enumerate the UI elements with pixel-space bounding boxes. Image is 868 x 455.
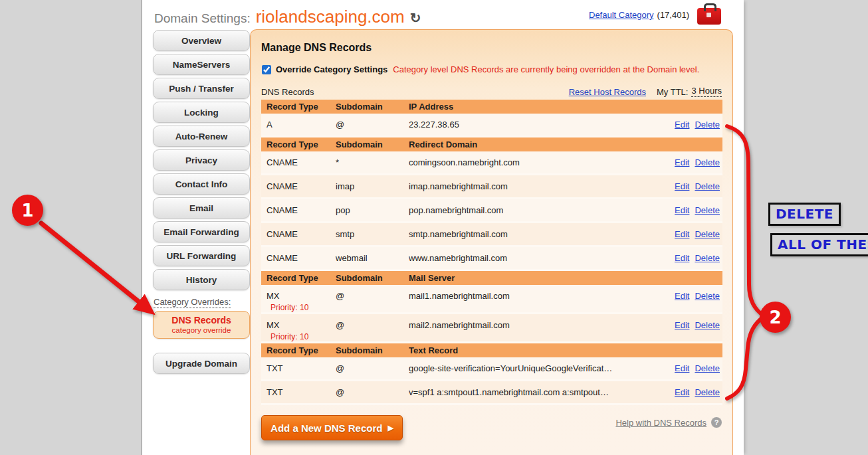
record-value: google-site-verification=YourUniqueGoogl… bbox=[409, 363, 656, 373]
record-value: mail1.namebrightmail.com bbox=[409, 291, 656, 301]
record-type: MX Priority: 10 bbox=[261, 291, 336, 312]
ttl-label: My TTL: bbox=[657, 87, 688, 97]
subdomain: @ bbox=[336, 120, 409, 130]
default-category-link[interactable]: Default Category bbox=[589, 10, 654, 20]
record-value: pop.namebrightmail.com bbox=[409, 205, 656, 215]
priority-label: Priority: 10 bbox=[267, 303, 336, 312]
table-header-row: Record Type Subdomain IP Address bbox=[261, 100, 722, 114]
delete-link[interactable]: Delete bbox=[695, 253, 720, 263]
table-row: MX Priority: 10 @ mail2.namebrightmail.c… bbox=[261, 314, 722, 343]
category-overrides-heading: Category Overrides: bbox=[154, 297, 251, 307]
table-row: TXT @ google-site-verification=YourUniqu… bbox=[261, 357, 722, 381]
delete-link[interactable]: Delete bbox=[695, 291, 720, 301]
record-type: CNAME bbox=[261, 157, 336, 167]
subdomain: @ bbox=[336, 363, 409, 373]
edit-link[interactable]: Edit bbox=[675, 253, 689, 263]
subdomain: @ bbox=[336, 291, 409, 301]
edit-link[interactable]: Edit bbox=[675, 157, 689, 167]
add-dns-record-button[interactable]: Add a New DNS Record ▶ bbox=[261, 415, 403, 440]
delete-link[interactable]: Delete bbox=[695, 157, 720, 167]
subdomain: @ bbox=[336, 320, 409, 330]
question-mark-icon[interactable]: ? bbox=[711, 417, 722, 428]
subdomain: * bbox=[336, 157, 409, 167]
edit-link[interactable]: Edit bbox=[675, 181, 689, 191]
delete-link[interactable]: Delete bbox=[695, 181, 720, 191]
table-header-row: Record Type Subdomain Text Record bbox=[261, 343, 722, 357]
edit-link[interactable]: Edit bbox=[675, 320, 689, 330]
record-value: smtp.namebrightmail.com bbox=[409, 229, 656, 239]
domain-name: riolandscaping.com bbox=[256, 7, 405, 27]
record-value: v=spf1 a:smtpout1.namebrightmail.com a:s… bbox=[409, 387, 656, 397]
edit-link[interactable]: Edit bbox=[675, 291, 689, 301]
sidebar-item-url-forwarding[interactable]: URL Forwarding bbox=[153, 245, 250, 266]
sidebar-item-privacy[interactable]: Privacy bbox=[153, 149, 250, 171]
subdomain: webmail bbox=[336, 253, 409, 263]
annotation-step-1: 1 bbox=[12, 195, 43, 226]
sidebar-item-locking[interactable]: Locking bbox=[153, 102, 250, 123]
annotation-all-of-these-label: ALL OF THESE bbox=[770, 233, 868, 256]
table-row: CNAME smtp smtp.namebrightmail.com EditD… bbox=[261, 223, 722, 247]
table-header-row: Record Type Subdomain Redirect Domain bbox=[261, 137, 722, 151]
help-dns-records-link[interactable]: Help with DNS Records bbox=[615, 418, 706, 428]
override-warning-text: Category level DNS Records are currently… bbox=[393, 64, 699, 74]
record-type: CNAME bbox=[261, 229, 336, 239]
subdomain: @ bbox=[336, 387, 409, 397]
override-category-checkbox[interactable] bbox=[262, 65, 271, 74]
record-type: CNAME bbox=[261, 205, 336, 215]
category-override-sublabel: category override bbox=[154, 326, 249, 334]
sidebar-item-nameservers[interactable]: NameServers bbox=[153, 54, 250, 75]
delete-link[interactable]: Delete bbox=[695, 320, 720, 330]
record-value: 23.227.38.65 bbox=[409, 120, 656, 130]
sidebar-item-email-forwarding[interactable]: Email Forwarding bbox=[153, 221, 250, 242]
edit-link[interactable]: Edit bbox=[675, 229, 689, 239]
sidebar-item-overview[interactable]: Overview bbox=[153, 30, 250, 51]
ttl-value[interactable]: 3 Hours bbox=[691, 86, 722, 97]
upgrade-domain-button[interactable]: Upgrade Domain bbox=[153, 353, 250, 374]
arrow-right-icon: ▶ bbox=[387, 424, 393, 432]
record-type: CNAME bbox=[261, 253, 336, 263]
toolbox-icon[interactable] bbox=[697, 8, 721, 25]
delete-link[interactable]: Delete bbox=[695, 363, 720, 373]
refresh-icon[interactable]: ↻ bbox=[410, 10, 421, 26]
annotation-delete-label: DELETE bbox=[768, 203, 841, 226]
record-value: mail2.namebrightmail.com bbox=[409, 320, 656, 330]
edit-link[interactable]: Edit bbox=[675, 120, 689, 130]
record-value: imap.namebrightmail.com bbox=[409, 181, 656, 191]
override-checkbox-label: Override Category Settings bbox=[276, 64, 387, 74]
sidebar-item-contact-info[interactable]: Contact Info bbox=[153, 173, 250, 195]
dns-records-toolbar: DNS Records Reset Host Records My TTL: 3… bbox=[261, 86, 722, 97]
delete-link[interactable]: Delete bbox=[695, 229, 720, 239]
sidebar-item-dns-records-override[interactable]: DNS Records category override bbox=[153, 311, 250, 339]
sidebar: Overview NameServers Push / Transfer Loc… bbox=[153, 30, 251, 377]
page-header: Domain Settings: riolandscaping.com ↻ bbox=[154, 7, 421, 27]
edit-link[interactable]: Edit bbox=[675, 363, 689, 373]
record-type: TXT bbox=[261, 363, 336, 373]
subdomain: smtp bbox=[336, 229, 409, 239]
panel-footer: Add a New DNS Record ▶ Help with DNS Rec… bbox=[261, 415, 722, 440]
delete-link[interactable]: Delete bbox=[695, 387, 720, 397]
reset-host-records-link[interactable]: Reset Host Records bbox=[569, 87, 646, 97]
delete-link[interactable]: Delete bbox=[695, 120, 720, 130]
delete-link[interactable]: Delete bbox=[695, 205, 720, 215]
table-row: A @ 23.227.38.65 EditDelete bbox=[261, 114, 722, 137]
sidebar-item-auto-renew[interactable]: Auto-Renew bbox=[153, 126, 250, 147]
subdomain: pop bbox=[336, 205, 409, 215]
table-row: TXT @ v=spf1 a:smtpout1.namebrightmail.c… bbox=[261, 381, 722, 405]
sidebar-item-push-transfer[interactable]: Push / Transfer bbox=[153, 78, 250, 99]
category-count: (17,401) bbox=[657, 10, 689, 20]
subdomain: imap bbox=[336, 181, 409, 191]
page-title: Manage DNS Records bbox=[261, 42, 722, 54]
edit-link[interactable]: Edit bbox=[675, 387, 689, 397]
dns-records-tab-label: DNS Records bbox=[154, 315, 249, 325]
table-row: CNAME pop pop.namebrightmail.com EditDel… bbox=[261, 199, 722, 223]
edit-link[interactable]: Edit bbox=[675, 205, 689, 215]
record-type: MX Priority: 10 bbox=[261, 320, 336, 341]
sidebar-item-email[interactable]: Email bbox=[153, 197, 250, 219]
record-value: comingsoon.namebright.com bbox=[409, 157, 656, 167]
sidebar-item-history[interactable]: History bbox=[153, 269, 250, 290]
dns-records-label: DNS Records bbox=[261, 87, 314, 97]
table-row: CNAME * comingsoon.namebright.com EditDe… bbox=[261, 151, 722, 175]
annotation-arrow bbox=[41, 223, 150, 311]
priority-label: Priority: 10 bbox=[267, 332, 336, 341]
annotation-step-2: 2 bbox=[760, 302, 791, 333]
